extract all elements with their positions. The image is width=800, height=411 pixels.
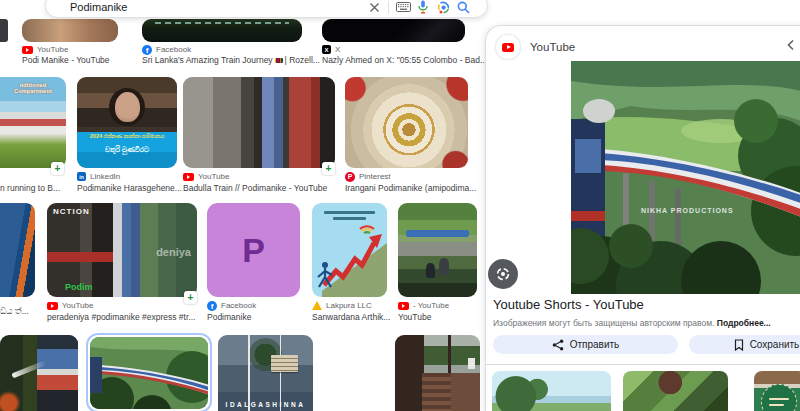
facebook-icon	[142, 45, 152, 55]
preview-source-row[interactable]: YouTube	[495, 34, 575, 60]
portrait-shape	[115, 92, 140, 122]
result-source[interactable]: Pinterest	[345, 171, 391, 182]
image-result[interactable]	[398, 203, 477, 297]
share-icon	[552, 339, 564, 351]
selected-image-result[interactable]	[86, 333, 212, 411]
train-shape	[406, 230, 469, 237]
image-result[interactable]	[312, 203, 387, 297]
share-button-label: Отправить	[570, 339, 620, 350]
image-overlay-text: Podim	[65, 282, 93, 292]
railway-track-shape	[422, 373, 451, 411]
searchbar-divider	[388, 1, 389, 14]
image-result[interactable]	[142, 19, 302, 42]
image-result[interactable]	[345, 77, 468, 168]
image-overlay-text: P	[207, 203, 300, 297]
image-overlay-text: 2024 රත්නණ කාන්තා සම්මානය	[77, 133, 177, 140]
result-source[interactable]: Facebook	[207, 300, 256, 311]
result-source[interactable]: Facebook	[142, 44, 191, 55]
search-inside-image-lens-button[interactable]	[488, 259, 518, 289]
share-button[interactable]: Отправить	[493, 335, 678, 354]
color-blob	[0, 390, 20, 411]
pinterest-icon	[345, 172, 355, 182]
result-title[interactable]: ඩිය ත්...	[0, 306, 29, 317]
learn-more-link[interactable]: Подробнее...	[717, 318, 771, 328]
result-title[interactable]: Podimanike Harasgehene...	[77, 183, 182, 193]
search-input[interactable]	[70, 1, 364, 13]
preview-title-link[interactable]: Youtube Shorts - YouTube	[493, 297, 644, 312]
result-source[interactable]: LinkedIn	[77, 171, 120, 182]
result-title[interactable]: Sanwardana Arthik...	[312, 312, 390, 322]
source-label: YouTube	[37, 45, 68, 54]
image-result[interactable]: NCTION deniya Podim	[47, 203, 197, 297]
related-image-thumbnail[interactable]	[492, 371, 611, 411]
search-icon[interactable]	[453, 0, 473, 15]
result-title[interactable]: Sri Lanka's Amazing Train Journey| Rozel…	[142, 55, 320, 65]
image-result[interactable]	[322, 19, 465, 42]
train-bridge-preview-art: NIKHA PRODUCTIONS	[571, 61, 800, 294]
result-title[interactable]: Badulla Train // Podimanike - YouTube	[183, 183, 327, 193]
chevron-left-icon[interactable]	[784, 38, 798, 56]
image-result[interactable]	[0, 335, 78, 411]
trackside-sign-shape	[468, 358, 475, 369]
source-label: - YouTube	[413, 301, 449, 310]
google-lens-icon[interactable]	[433, 0, 453, 15]
image-overlay-text: චතුරි මුණවීරට	[77, 146, 177, 154]
source-label: Pinterest	[359, 172, 391, 181]
result-title[interactable]: Nazly Ahmed on X: "05:55 Colombo - Bad..…	[322, 55, 487, 65]
image-result[interactable]: P	[207, 203, 300, 297]
person-shape	[426, 263, 435, 278]
preview-image[interactable]: NIKHA PRODUCTIONS	[571, 61, 800, 294]
voice-search-icon[interactable]	[413, 0, 433, 15]
image-result[interactable]	[0, 19, 8, 42]
result-source[interactable]: - YouTube	[398, 300, 449, 311]
add-to-collection-badge[interactable]	[322, 162, 335, 175]
x-icon	[322, 45, 331, 54]
result-title[interactable]: YouTube	[398, 312, 431, 322]
result-source[interactable]: YouTube	[183, 171, 229, 182]
result-title[interactable]: Podimanike	[207, 312, 251, 322]
related-image-thumbnail[interactable]	[754, 371, 800, 411]
result-source[interactable]: X	[322, 44, 340, 55]
source-label: Facebook	[221, 301, 256, 310]
result-title[interactable]: Irangani Podimanike (amipodima...	[345, 183, 476, 193]
image-watermark: NIKHA PRODUCTIONS	[641, 207, 734, 214]
save-button-label: Сохранить	[750, 339, 800, 350]
preview-source-label: YouTube	[530, 41, 575, 53]
bookmark-icon	[734, 339, 744, 351]
facebook-icon	[207, 301, 217, 311]
clear-search-icon[interactable]	[364, 0, 384, 15]
sri-lanka-flag-icon	[275, 58, 283, 63]
image-overlay-text: IDALGASHINNA	[218, 401, 313, 408]
result-title[interactable]: Podi Manike - YouTube	[22, 55, 110, 65]
result-source[interactable]: YouTube	[22, 44, 68, 55]
image-overlay-text: nditioned Compartment	[0, 82, 66, 94]
add-to-collection-badge[interactable]	[184, 291, 197, 304]
result-source[interactable]: YouTube	[47, 300, 93, 311]
result-source[interactable]: Lakpura LLC	[312, 300, 372, 311]
caption-text: | Rozell...	[285, 55, 320, 65]
add-to-collection-badge[interactable]	[51, 162, 64, 175]
image-result[interactable]: 2024 රත්නණ කාන්තා සම්මානය චතුරි මුණවීරට	[77, 77, 177, 168]
related-image-thumbnail[interactable]	[623, 371, 728, 411]
image-result[interactable]	[0, 203, 35, 297]
keyboard-icon[interactable]	[393, 0, 413, 15]
related-section-divider	[486, 364, 800, 365]
image-result[interactable]	[395, 335, 480, 411]
caption-text: Sri Lanka's Amazing Train Journey	[142, 55, 273, 65]
image-overlay-text: deniya	[156, 246, 191, 258]
youtube-icon	[22, 46, 33, 54]
save-button[interactable]: Сохранить	[689, 335, 800, 354]
youtube-favicon-circle	[495, 34, 521, 60]
image-result[interactable]	[22, 19, 118, 42]
copyright-notice: Изображения могут быть защищены авторски…	[493, 318, 771, 328]
green-road-sign-shape	[761, 384, 797, 411]
image-result[interactable]: nditioned Compartment	[0, 77, 66, 168]
linkedin-icon	[77, 172, 86, 181]
image-result[interactable]: IDALGASHINNA	[218, 335, 313, 411]
image-overlay-text: NCTION	[53, 207, 90, 216]
person-shape	[439, 258, 449, 275]
image-result[interactable]	[183, 77, 335, 168]
result-title[interactable]: peradeniya #podimanike #express #tr...	[47, 312, 195, 322]
search-bar[interactable]	[45, 0, 488, 18]
result-title[interactable]: n running to B...	[0, 183, 60, 193]
